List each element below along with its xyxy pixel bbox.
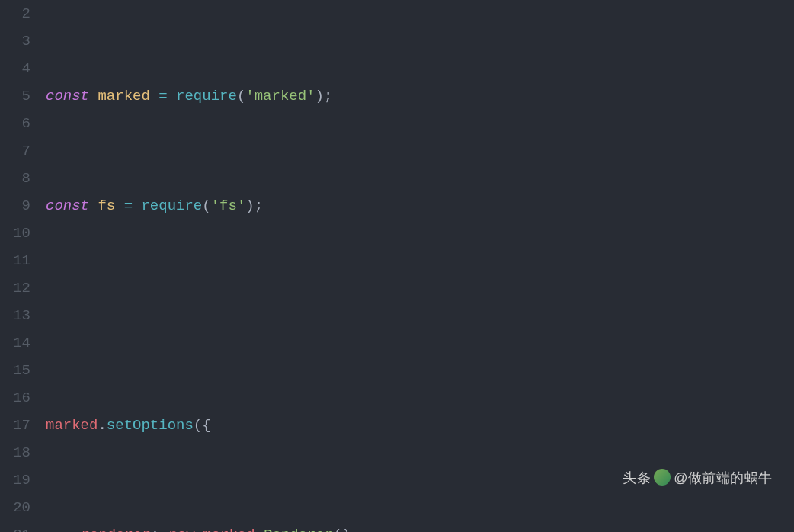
- line-end: );: [245, 197, 263, 214]
- call-parens: (): [333, 527, 351, 532]
- line-number: 16: [0, 384, 30, 412]
- paren-open: (: [237, 88, 245, 104]
- keyword-const: const: [46, 88, 89, 104]
- fn-require: require: [141, 197, 202, 214]
- line-number: 14: [0, 329, 30, 357]
- line-number: 20: [0, 494, 30, 521]
- code-area[interactable]: const marked = require('marked'); const …: [46, 0, 794, 532]
- line-number: 11: [0, 247, 30, 274]
- code-line[interactable]: renderer: new marked.Renderer(),: [46, 521, 794, 532]
- code-line[interactable]: const fs = require('fs');: [46, 192, 794, 220]
- ref-marked: marked: [203, 527, 255, 532]
- line-number: 21: [0, 521, 30, 532]
- keyword-new: new: [168, 527, 194, 532]
- line-number: 12: [0, 274, 30, 302]
- line-number-gutter: 2 3 4 5 6 7 8 9 10 11 12 13 14 15 16 17 …: [0, 0, 46, 532]
- line-number: 19: [0, 466, 30, 494]
- code-editor[interactable]: 2 3 4 5 6 7 8 9 10 11 12 13 14 15 16 17 …: [0, 0, 794, 532]
- watermark: 头条@做前端的蜗牛: [597, 437, 773, 519]
- line-number: 9: [0, 192, 30, 220]
- line-number: 6: [0, 110, 30, 137]
- class-renderer: Renderer: [264, 527, 333, 532]
- code-line[interactable]: marked.setOptions({: [46, 412, 794, 439]
- line-number: 2: [0, 0, 30, 27]
- avatar-icon: [654, 469, 671, 486]
- paren-open: (: [202, 197, 210, 214]
- line-number: 17: [0, 412, 30, 439]
- colon: :: [151, 527, 159, 532]
- keyword-const: const: [46, 197, 89, 214]
- line-number: 4: [0, 55, 30, 82]
- line-end: );: [315, 88, 333, 104]
- watermark-prefix: 头条: [623, 470, 651, 486]
- fn-require: require: [176, 88, 237, 104]
- fn-setoptions: setOptions: [107, 417, 194, 434]
- string-literal: 'marked': [245, 88, 315, 104]
- code-line-empty[interactable]: [46, 302, 794, 329]
- string-literal: 'fs': [211, 197, 246, 214]
- line-number: 18: [0, 439, 30, 466]
- line-number: 7: [0, 137, 30, 165]
- line-number: 5: [0, 82, 30, 110]
- code-line[interactable]: const marked = require('marked');: [46, 82, 794, 110]
- line-number: 8: [0, 165, 30, 192]
- key-renderer: renderer: [82, 527, 151, 532]
- line-number: 13: [0, 302, 30, 329]
- open-brace: ({: [194, 417, 211, 434]
- line-number: 3: [0, 27, 30, 55]
- ref-marked: marked: [46, 417, 98, 434]
- line-number: 15: [0, 357, 30, 384]
- comma: ,: [351, 527, 359, 532]
- operator-eq: =: [124, 197, 133, 214]
- dot: .: [255, 527, 264, 532]
- var-marked: marked: [98, 88, 149, 104]
- line-number: 10: [0, 220, 30, 247]
- watermark-handle: @做前端的蜗牛: [674, 470, 773, 486]
- operator-eq: =: [158, 88, 167, 104]
- dot: .: [98, 417, 106, 434]
- var-fs: fs: [98, 197, 115, 214]
